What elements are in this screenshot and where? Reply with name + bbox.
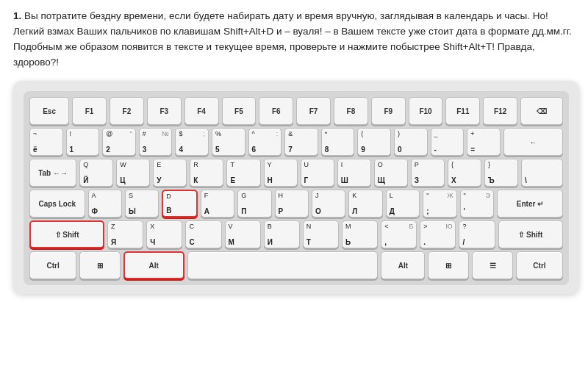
key-t[interactable]: TЕ: [226, 159, 260, 187]
key-b[interactable]: BИ: [264, 220, 300, 248]
key-1[interactable]: !1: [66, 128, 100, 156]
key-w[interactable]: WЦ: [116, 159, 150, 187]
key-lalt[interactable]: Alt: [123, 251, 184, 279]
key-3[interactable]: #№3: [139, 128, 173, 156]
key-f6[interactable]: F6: [259, 97, 293, 125]
key-f4[interactable]: F4: [184, 97, 219, 125]
key-bot-y: Н: [268, 176, 273, 184]
key-f10[interactable]: F10: [409, 97, 443, 125]
key-lctrl[interactable]: Ctrl: [29, 251, 76, 279]
key-rbracket[interactable]: }Ъ: [484, 159, 518, 187]
key-lshift[interactable]: ⇧ Shift: [29, 220, 104, 248]
key-bot-r: К: [193, 176, 198, 184]
key-semicolon[interactable]: "Ж;: [423, 190, 456, 218]
key-2[interactable]: @"2: [102, 128, 136, 156]
key-c[interactable]: CС: [185, 220, 221, 248]
key-label-f7: F7: [309, 100, 318, 123]
key-l[interactable]: LД: [386, 190, 420, 218]
key-capslock[interactable]: Caps Lock: [29, 190, 85, 218]
key-f12[interactable]: F12: [483, 97, 517, 125]
key-f8[interactable]: F8: [334, 97, 368, 125]
key-5[interactable]: %5: [212, 128, 245, 156]
key-d[interactable]: DВ: [162, 190, 197, 218]
key-0[interactable]: )0: [394, 128, 428, 156]
key-e[interactable]: EУ: [153, 159, 187, 187]
key-label-f6: F6: [272, 100, 281, 123]
key-bot-backslash: \: [525, 176, 527, 184]
key-g[interactable]: GП: [237, 190, 271, 218]
key-menu[interactable]: ☰: [472, 251, 513, 279]
key-f1[interactable]: F1: [72, 97, 107, 125]
key-top-1: !: [70, 131, 72, 138]
key-top-j: J: [315, 193, 319, 200]
key-4[interactable]: $;4: [175, 128, 209, 156]
key-del[interactable]: ⌫: [520, 97, 563, 125]
key-label-rwin: ⊞: [445, 254, 451, 277]
key-minus[interactable]: _-: [431, 128, 465, 156]
key-f11[interactable]: F11: [445, 97, 480, 125]
key-9[interactable]: (9: [357, 128, 391, 156]
key-top-7: &: [288, 131, 293, 138]
key-z[interactable]: ZЯ: [107, 220, 143, 248]
key-slash[interactable]: ?/: [459, 220, 495, 248]
key-j[interactable]: JО: [312, 190, 345, 218]
key-equals[interactable]: +=: [467, 128, 501, 156]
key-backspace[interactable]: ←: [503, 128, 563, 156]
key-bot-k: Л: [352, 207, 357, 215]
key-f[interactable]: FА: [201, 190, 234, 218]
key-period[interactable]: >Ю.: [420, 220, 456, 248]
intro-text: Вы потратите бездну времени, если будете…: [13, 10, 572, 68]
key-rwin[interactable]: ⊞: [428, 251, 469, 279]
key-bot-p: З: [415, 176, 419, 184]
key-r[interactable]: RК: [190, 159, 223, 187]
key-8[interactable]: *8: [321, 128, 355, 156]
row-qwerty: Tab ←→QЙWЦEУRКTЕYНUГIШOЩPЗ{Х}Ъ\: [29, 159, 563, 187]
key-tab[interactable]: Tab ←→: [29, 159, 76, 187]
key-top-a: A: [92, 193, 96, 200]
key-top-5: %: [215, 131, 221, 138]
key-tilde[interactable]: ~ё: [29, 128, 63, 156]
key-k[interactable]: KЛ: [348, 190, 382, 218]
key-lwin[interactable]: ⊞: [79, 251, 121, 279]
key-h[interactable]: HР: [275, 190, 309, 218]
row-zxcv: ⇧ ShiftZЯXЧCСVМBИNТMЬ<Б,>Ю.?/⇧ Shift: [29, 220, 563, 248]
key-n[interactable]: NТ: [303, 220, 339, 248]
key-i[interactable]: IШ: [337, 159, 371, 187]
key-top2-semicolon: Ж: [447, 193, 453, 200]
key-top2-period: Ю: [445, 223, 452, 231]
intro-number: 1.: [13, 10, 21, 21]
key-p[interactable]: PЗ: [411, 159, 445, 187]
key-a[interactable]: AФ: [88, 190, 122, 218]
key-f9[interactable]: F9: [371, 97, 406, 125]
key-space[interactable]: [187, 251, 379, 279]
key-comma[interactable]: <Б,: [381, 220, 417, 248]
key-o[interactable]: OЩ: [374, 159, 408, 187]
key-bot-slash: /: [462, 238, 465, 246]
key-backslash[interactable]: \: [521, 159, 563, 187]
key-label-f8: F8: [347, 100, 356, 123]
key-f3[interactable]: F3: [147, 97, 182, 125]
key-s[interactable]: SЫ: [125, 190, 159, 218]
key-top-r: R: [193, 162, 198, 169]
key-ralt[interactable]: Alt: [381, 251, 425, 279]
key-lbracket[interactable]: {Х: [448, 159, 481, 187]
key-rctrl[interactable]: Ctrl: [516, 251, 563, 279]
key-7[interactable]: &7: [284, 128, 318, 156]
key-u[interactable]: UГ: [301, 159, 334, 187]
key-esc[interactable]: Esc: [29, 97, 69, 125]
key-6[interactable]: ^:6: [248, 128, 282, 156]
key-enter[interactable]: Enter ↵: [497, 190, 563, 218]
key-x[interactable]: XЧ: [146, 220, 182, 248]
key-rshift[interactable]: ⇧ Shift: [498, 220, 563, 248]
key-quote[interactable]: "Э': [460, 190, 494, 218]
key-v[interactable]: VМ: [225, 220, 261, 248]
key-q[interactable]: QЙ: [79, 159, 113, 187]
key-f5[interactable]: F5: [222, 97, 257, 125]
key-f2[interactable]: F2: [110, 97, 144, 125]
key-m[interactable]: MЬ: [342, 220, 378, 248]
key-top-m: M: [345, 223, 351, 231]
key-y[interactable]: YН: [264, 159, 298, 187]
key-top-g: G: [241, 193, 246, 200]
key-f7[interactable]: F7: [296, 97, 331, 125]
row-asdf: Caps LockAФSЫDВFАGПHРJОKЛLД"Ж;"Э'Enter ↵: [29, 190, 563, 218]
